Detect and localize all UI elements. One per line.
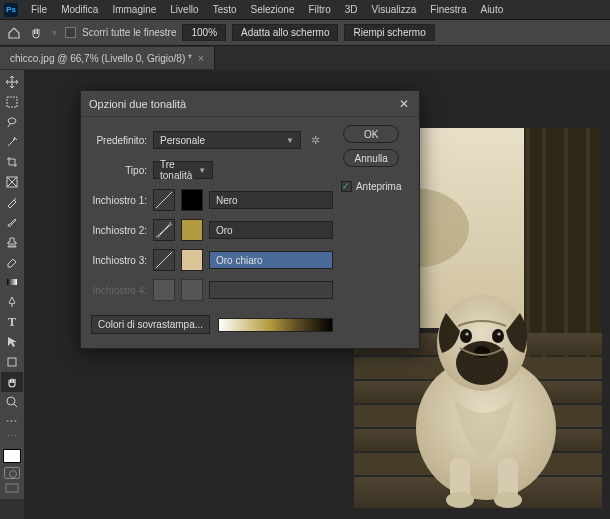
svg-rect-32 xyxy=(219,319,332,331)
duotone-dialog: Opzioni due tonalità ✕ Predefinito: Pers… xyxy=(80,90,420,349)
menu-file[interactable]: File xyxy=(24,4,54,15)
cancel-button[interactable]: Annulla xyxy=(343,149,399,167)
fit-screen-button[interactable]: Adatta allo schermo xyxy=(232,24,338,41)
ink-label: Inchiostro 1: xyxy=(91,195,147,206)
preview-label: Anteprima xyxy=(356,181,402,192)
swatch-fg-bg[interactable] xyxy=(3,449,21,463)
ink-swatch xyxy=(181,279,203,301)
svg-rect-0 xyxy=(7,97,17,107)
wand-tool-icon[interactable] xyxy=(1,132,23,152)
app-logo: Ps xyxy=(4,3,18,17)
ink-name-field[interactable]: Oro chiaro xyxy=(209,251,333,269)
marquee-tool-icon[interactable] xyxy=(1,92,23,112)
ink-label: Inchiostro 2: xyxy=(91,225,147,236)
preset-dropdown[interactable]: Personale▼ xyxy=(153,131,301,149)
ink-swatch[interactable] xyxy=(181,249,203,271)
hand-tool-icon[interactable] xyxy=(28,25,44,41)
menu-text[interactable]: Testo xyxy=(206,4,244,15)
svg-point-25 xyxy=(492,329,504,343)
curve-thumb[interactable] xyxy=(153,219,175,241)
svg-point-27 xyxy=(497,332,500,335)
menu-layer[interactable]: Livello xyxy=(163,4,205,15)
preset-label: Predefinito: xyxy=(91,135,147,146)
menu-bar: Ps File Modifica Immagine Livello Testo … xyxy=(0,0,610,20)
tool-divider: ••• xyxy=(6,416,17,425)
shape-tool-icon[interactable] xyxy=(1,352,23,372)
brush-tool-icon[interactable] xyxy=(1,212,23,232)
hand-tool-icon-left[interactable] xyxy=(1,372,23,392)
svg-point-31 xyxy=(494,492,522,508)
close-tab-icon[interactable]: × xyxy=(198,53,204,64)
svg-rect-11 xyxy=(586,128,590,358)
zoom-field[interactable]: 100% xyxy=(182,24,226,41)
curve-thumb[interactable] xyxy=(153,189,175,211)
move-tool-icon[interactable] xyxy=(1,72,23,92)
ok-button[interactable]: OK xyxy=(343,125,399,143)
eraser-tool-icon[interactable] xyxy=(1,252,23,272)
zoom-tool-icon[interactable] xyxy=(1,392,23,412)
type-dropdown[interactable]: Tre tonalità▼ xyxy=(153,161,213,179)
ink-row-4: Inchiostro 4: xyxy=(91,275,333,305)
document-tab[interactable]: chicco.jpg @ 66,7% (Livello 0, Grigio/8)… xyxy=(0,47,215,69)
svg-rect-3 xyxy=(8,358,16,366)
svg-point-23 xyxy=(474,346,490,358)
close-icon[interactable]: ✕ xyxy=(397,97,411,111)
gradient-tool-icon[interactable] xyxy=(1,272,23,292)
svg-rect-5 xyxy=(6,484,18,492)
quickmask-icon[interactable] xyxy=(4,467,20,479)
pen-tool-icon[interactable] xyxy=(1,292,23,312)
edit-toolbar-icon[interactable]: ⋯ xyxy=(1,425,23,445)
ink-label: Inchiostro 3: xyxy=(91,255,147,266)
eyedropper-tool-icon[interactable] xyxy=(1,192,23,212)
svg-point-24 xyxy=(460,329,472,343)
fill-screen-button[interactable]: Riempi schermo xyxy=(344,24,434,41)
curve-thumb xyxy=(153,279,175,301)
ink-row-2: Inchiostro 2: Oro xyxy=(91,215,333,245)
options-bar: ▾ Scorri tutte le finestre 100% Adatta a… xyxy=(0,20,610,46)
gear-icon[interactable]: ✲ xyxy=(311,134,320,147)
menu-view[interactable]: Visualizza xyxy=(365,4,424,15)
menu-filter[interactable]: Filtro xyxy=(301,4,337,15)
svg-rect-7 xyxy=(524,128,602,358)
menu-image[interactable]: Immagine xyxy=(105,4,163,15)
type-tool-icon[interactable]: T xyxy=(1,312,23,332)
screenmode-icon[interactable] xyxy=(1,479,23,499)
document-tab-bar: chicco.jpg @ 66,7% (Livello 0, Grigio/8)… xyxy=(0,46,610,70)
chevron-down-icon: ▼ xyxy=(198,166,206,175)
menu-help[interactable]: Aiuto xyxy=(473,4,510,15)
tool-strip: T ••• ⋯ xyxy=(0,70,24,499)
scroll-all-checkbox[interactable] xyxy=(65,27,76,38)
dialog-title: Opzioni due tonalità xyxy=(89,98,186,110)
ink-swatch[interactable] xyxy=(181,219,203,241)
ink-row-3: Inchiostro 3: Oro chiaro xyxy=(91,245,333,275)
svg-point-26 xyxy=(465,332,468,335)
chevron-down-icon: ▼ xyxy=(286,136,294,145)
scroll-all-label: Scorri tutte le finestre xyxy=(82,27,176,38)
document-tab-label: chicco.jpg @ 66,7% (Livello 0, Grigio/8)… xyxy=(10,53,192,64)
svg-rect-2 xyxy=(7,279,17,285)
menu-select[interactable]: Selezione xyxy=(244,4,302,15)
crop-tool-icon[interactable] xyxy=(1,152,23,172)
svg-rect-10 xyxy=(564,128,568,358)
menu-3d[interactable]: 3D xyxy=(338,4,365,15)
curve-thumb[interactable] xyxy=(153,249,175,271)
overprint-button[interactable]: Colori di sovrastampa... xyxy=(91,315,210,334)
preview-checkbox[interactable]: ✓ xyxy=(341,181,352,192)
path-select-tool-icon[interactable] xyxy=(1,332,23,352)
home-icon[interactable] xyxy=(6,25,22,41)
svg-point-30 xyxy=(446,492,474,508)
frame-tool-icon[interactable] xyxy=(1,172,23,192)
svg-point-4 xyxy=(7,397,15,405)
svg-rect-8 xyxy=(526,128,530,358)
ink-name-field[interactable]: Oro xyxy=(209,221,333,239)
ink-row-1: Inchiostro 1: Nero xyxy=(91,185,333,215)
lasso-tool-icon[interactable] xyxy=(1,112,23,132)
ink-swatch[interactable] xyxy=(181,189,203,211)
ink-name-field[interactable]: Nero xyxy=(209,191,333,209)
dialog-titlebar[interactable]: Opzioni due tonalità ✕ xyxy=(81,91,419,117)
svg-rect-9 xyxy=(542,128,546,358)
menu-window[interactable]: Finestra xyxy=(423,4,473,15)
menu-edit[interactable]: Modifica xyxy=(54,4,105,15)
stamp-tool-icon[interactable] xyxy=(1,232,23,252)
gradient-ramp xyxy=(218,318,333,332)
